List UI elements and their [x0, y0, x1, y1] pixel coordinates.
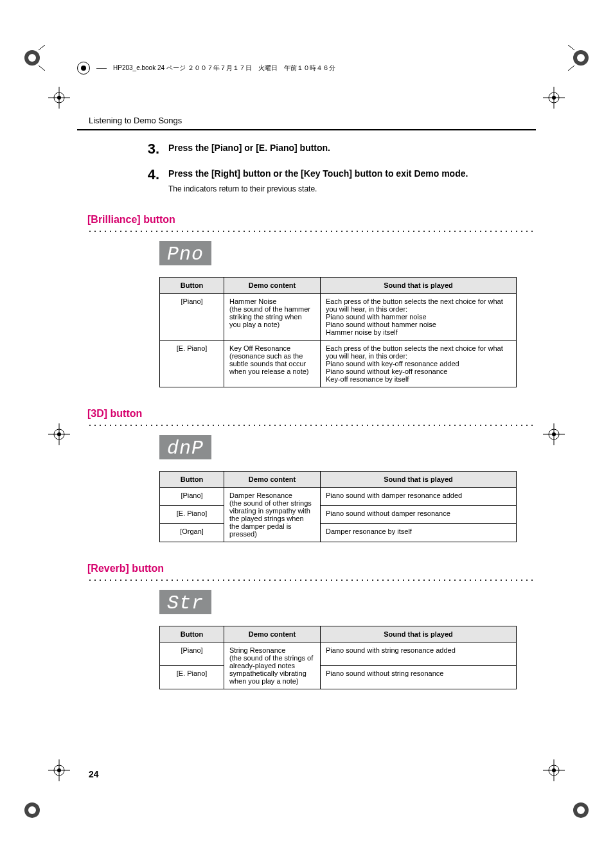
book-header: HP203_e.book 24 ページ ２００７年７月１７日 火曜日 午前１０時… — [77, 62, 536, 75]
table-row: [Piano] Damper Resonance(the sound of ot… — [160, 487, 517, 505]
cell-demo: String Resonance(the sound of the string… — [224, 642, 321, 689]
section-heading-reverb: [Reverb] button — [87, 563, 536, 574]
dotted-rule — [87, 423, 536, 426]
svg-point-1 — [28, 54, 36, 62]
table-reverb: Button Demo content Sound that is played… — [159, 626, 517, 689]
cell-sound: Piano sound without string resonance — [321, 666, 517, 689]
cell-sound: Piano sound with string resonance added — [321, 642, 517, 666]
th-button: Button — [160, 626, 224, 642]
dotted-rule — [87, 229, 536, 232]
table-row: [E. Piano] Piano sound without damper re… — [160, 505, 517, 523]
dotted-rule — [87, 578, 536, 581]
lcd-display-reverb: Str — [159, 590, 211, 614]
cell-button: [E. Piano] — [160, 340, 224, 387]
th-sound: Sound that is played — [321, 626, 517, 642]
step-description: The indicators return to their previous … — [168, 184, 529, 193]
th-demo: Demo content — [224, 277, 321, 293]
running-head: Listening to Demo Songs — [89, 116, 536, 125]
cell-button: [E. Piano] — [160, 666, 224, 689]
cropmark-tr — [543, 87, 565, 109]
cell-button: [E. Piano] — [160, 505, 224, 523]
th-button: Button — [160, 277, 224, 293]
svg-line-2 — [39, 45, 45, 50]
table-row: [E. Piano] Key Off Resonance(resonance s… — [160, 340, 517, 387]
cell-sound: Piano sound with damper resonance added — [321, 487, 517, 505]
th-demo: Demo content — [224, 626, 321, 642]
cell-button: [Piano] — [160, 487, 224, 505]
cell-sound: Piano sound without damper resonance — [321, 505, 517, 523]
cell-demo: Damper Resonance(the sound of other stri… — [224, 487, 321, 542]
book-header-bar — [96, 68, 107, 69]
table-row: [Piano] String Resonance(the sound of th… — [160, 642, 517, 666]
section-heading-brilliance: [Brilliance] button — [87, 214, 536, 226]
book-header-ring-icon — [77, 62, 90, 75]
svg-point-15 — [57, 96, 61, 100]
svg-point-27 — [552, 768, 556, 772]
register-mark-tr — [568, 45, 594, 71]
cropmark-mr — [543, 423, 565, 445]
svg-point-31 — [57, 432, 61, 436]
cell-button: [Piano] — [160, 293, 224, 340]
svg-point-11 — [577, 806, 585, 814]
svg-point-9 — [28, 806, 36, 814]
table-row: [E. Piano] Piano sound without string re… — [160, 666, 517, 689]
cell-sound: Each press of the button selects the nex… — [321, 340, 517, 387]
step-number: 4. — [141, 168, 159, 193]
th-sound: Sound that is played — [321, 277, 517, 293]
lcd-display-brilliance: Pno — [159, 241, 211, 265]
svg-line-7 — [568, 66, 574, 71]
book-header-text: HP203_e.book 24 ページ ２００７年７月１７日 火曜日 午前１０時… — [113, 64, 335, 73]
step-number: 3. — [141, 142, 159, 156]
table-brilliance: Button Demo content Sound that is played… — [159, 277, 517, 387]
step-heading: Press the [Right] button or the [Key Tou… — [168, 168, 529, 181]
th-demo: Demo content — [224, 471, 321, 487]
cell-button: [Piano] — [160, 642, 224, 666]
th-sound: Sound that is played — [321, 471, 517, 487]
register-mark-br — [568, 797, 594, 823]
cell-demo: Key Off Resonance(resonance such as the … — [224, 340, 321, 387]
section-heading-3d: [3D] button — [87, 408, 536, 420]
cropmark-ml — [48, 423, 70, 445]
running-head-rule — [77, 129, 536, 130]
cell-sound: Each press of the button selects the nex… — [321, 293, 517, 340]
cropmark-bl — [48, 759, 70, 781]
cropmark-tl — [48, 87, 70, 109]
svg-point-35 — [552, 432, 556, 436]
cropmark-br — [543, 759, 565, 781]
svg-point-5 — [577, 54, 585, 62]
register-mark-bl — [19, 797, 45, 823]
svg-point-19 — [552, 96, 556, 100]
step-3: 3. Press the [Piano] or [E. Piano] butto… — [141, 142, 529, 156]
step-heading: Press the [Piano] or [E. Piano] button. — [168, 142, 529, 155]
svg-point-23 — [57, 768, 61, 772]
svg-line-3 — [39, 66, 45, 71]
table-3d: Button Demo content Sound that is played… — [159, 471, 517, 542]
th-button: Button — [160, 471, 224, 487]
svg-line-6 — [568, 45, 574, 50]
cell-sound: Damper resonance by itself — [321, 524, 517, 542]
lcd-display-3d: dnP — [159, 435, 211, 459]
step-4: 4. Press the [Right] button or the [Key … — [141, 168, 529, 193]
cell-demo: Hammer Noise(the sound of the hammer str… — [224, 293, 321, 340]
cell-button: [Organ] — [160, 524, 224, 542]
table-row: [Organ] Damper resonance by itself — [160, 524, 517, 542]
table-row: [Piano] Hammer Noise(the sound of the ha… — [160, 293, 517, 340]
register-mark-tl — [19, 45, 45, 71]
page-number: 24 — [89, 769, 99, 779]
